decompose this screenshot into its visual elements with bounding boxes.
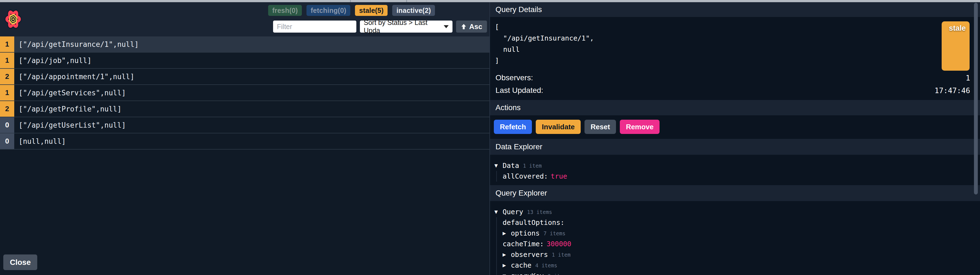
status-filter-group: fresh(0)fetching(0)stale(5)inactive(2) (268, 5, 435, 16)
query-details-panel: Query Details [ "/api/getInsurance/1", n… (490, 2, 980, 275)
status-filter-inactive[interactable]: inactive(2) (392, 5, 435, 16)
close-button-label: Close (10, 258, 31, 267)
panel-resize-handle[interactable] (0, 0, 980, 2)
query-list-panel: fresh(0)fetching(0)stale(5)inactive(2) S… (0, 2, 490, 275)
explorer-key: defaultOptions: (503, 219, 565, 227)
sort-select[interactable]: Sort by Status > Last Upda (360, 21, 452, 33)
query-row[interactable]: 0[null,null] (0, 134, 490, 149)
explorer-meta: 2 items (547, 273, 570, 275)
actions-content: RefetchInvalidateResetRemove (490, 115, 980, 139)
query-key-text: ["/api/getServices",null] (14, 85, 126, 100)
status-badge: stale (942, 21, 970, 71)
list-controls: Sort by Status > Last Upda Asc (273, 21, 487, 33)
data-explorer-header: Data Explorer (490, 139, 980, 155)
action-button-invalidate[interactable]: Invalidate (536, 120, 581, 134)
explorer-key: cacheTime: (503, 240, 544, 248)
explorer-value: true (551, 172, 567, 180)
query-explorer-header: Query Explorer (490, 185, 980, 201)
sort-select-value: Sort by Status > Last Upda (364, 19, 441, 35)
explorer-label: options (511, 229, 539, 237)
explorer-entry[interactable]: ▶cache4 items (503, 260, 980, 270)
action-button-reset[interactable]: Reset (584, 120, 616, 134)
data-explorer-content: ▼Data1 itemallCovered:true (490, 155, 980, 185)
explorer-root-label: Query (503, 208, 523, 216)
query-row[interactable]: 0["/api/getUserList",null] (0, 117, 490, 134)
explorer-root-row[interactable]: ▼Query13 items (495, 207, 980, 217)
query-explorer-title: Query Explorer (495, 189, 547, 197)
explorer-entry[interactable]: ▶options7 items (503, 228, 980, 238)
query-row[interactable]: 1["/api/getServices",null] (0, 85, 490, 101)
observer-count-badge: 2 (0, 69, 14, 84)
chevron-expanded-icon[interactable]: ▼ (495, 163, 500, 168)
explorer-meta: 1 item (552, 252, 571, 258)
close-button[interactable]: Close (3, 254, 37, 270)
explorer-meta: 7 items (543, 230, 565, 236)
query-key-text: ["/api/getInsurance/1",null] (14, 37, 138, 52)
chevron-collapsed-icon[interactable]: ▶ (503, 252, 508, 257)
query-key-text: ["/api/appointment/1",null] (14, 69, 134, 84)
query-key-json: [ "/api/getInsurance/1", null ] (495, 21, 594, 66)
arrow-up-icon (461, 23, 467, 30)
observers-value: 1 (966, 74, 970, 82)
status-filter-fetching[interactable]: fetching(0) (307, 5, 350, 16)
explorer-root-label: Data (503, 162, 519, 170)
explorer-root-meta: 1 item (523, 163, 542, 169)
actions-header: Actions (490, 100, 980, 115)
explorer-value: 300000 (547, 240, 571, 248)
query-key-text: [null,null] (14, 134, 66, 149)
action-button-refetch[interactable]: Refetch (494, 120, 532, 134)
explorer-entry: cacheTime:300000 (503, 238, 980, 249)
observer-count-badge: 1 (0, 52, 14, 68)
sort-direction-button[interactable]: Asc (456, 21, 487, 33)
observer-count-badge: 1 (0, 37, 14, 52)
status-filter-fresh[interactable]: fresh(0) (268, 5, 302, 16)
query-key-text: ["/api/getUserList",null] (14, 117, 126, 133)
data-explorer-title: Data Explorer (495, 142, 542, 151)
query-key-text: ["/api/getProfile",null] (14, 101, 122, 117)
chevron-collapsed-icon[interactable]: ▶ (503, 230, 508, 236)
query-row[interactable]: 2["/api/getProfile",null] (0, 101, 490, 117)
last-updated-row: Last Updated: 17:47:46 (495, 86, 970, 95)
explorer-root-meta: 13 items (527, 209, 552, 215)
query-row[interactable]: 1["/api/getInsurance/1",null] (0, 37, 490, 52)
query-row[interactable]: 2["/api/appointment/1",null] (0, 69, 490, 85)
resize-tick (406, 0, 407, 2)
last-updated-value: 17:47:46 (934, 86, 970, 95)
observers-label: Observers: (495, 73, 533, 82)
status-filter-stale[interactable]: stale(5) (355, 5, 388, 16)
explorer-key: allCovered: (503, 172, 548, 180)
last-updated-label: Last Updated: (495, 86, 543, 95)
explorer-meta: 4 items (535, 262, 557, 269)
chevron-collapsed-icon[interactable]: ▶ (503, 263, 508, 268)
explorer-label: cache (511, 261, 531, 269)
explorer-entry[interactable]: ▶observers1 item (503, 249, 980, 260)
explorer-entry[interactable]: ▼queryKey2 items (503, 270, 980, 275)
filter-input[interactable] (273, 21, 356, 33)
observer-count-badge: 0 (0, 117, 14, 133)
chevron-expanded-icon[interactable]: ▼ (495, 209, 500, 215)
query-row[interactable]: 1["/api/job",null] (0, 52, 490, 69)
explorer-root-row[interactable]: ▼Data1 item (495, 160, 980, 171)
observer-count-badge: 0 (0, 134, 14, 149)
scrollbar-thumb[interactable] (974, 3, 978, 194)
query-explorer-content: ▼Query13 itemsdefaultOptions:▶options7 i… (490, 201, 980, 275)
query-list: 1["/api/getInsurance/1",null]1["/api/job… (0, 37, 490, 149)
query-details-header: Query Details (490, 2, 980, 17)
status-badge-label: stale (949, 24, 966, 71)
query-key-text: ["/api/job",null] (14, 52, 91, 68)
explorer-children: defaultOptions:▶options7 itemscacheTime:… (496, 217, 980, 275)
react-query-logo-icon (4, 8, 22, 31)
explorer-entry: defaultOptions: (503, 217, 980, 228)
chevron-expanded-icon[interactable]: ▼ (503, 273, 508, 275)
explorer-label: observers (511, 251, 548, 259)
explorer-label: queryKey (511, 272, 544, 275)
chevron-down-icon (444, 25, 449, 28)
observers-row: Observers: 1 (495, 73, 970, 82)
explorer-children: allCovered:true (496, 171, 980, 181)
action-button-remove[interactable]: Remove (620, 120, 660, 134)
resize-tick (350, 0, 351, 2)
explorer-entry: allCovered:true (503, 171, 980, 181)
observer-count-badge: 1 (0, 85, 14, 100)
query-details-title: Query Details (495, 5, 542, 14)
react-query-devtools-panel: fresh(0)fetching(0)stale(5)inactive(2) S… (0, 0, 980, 275)
